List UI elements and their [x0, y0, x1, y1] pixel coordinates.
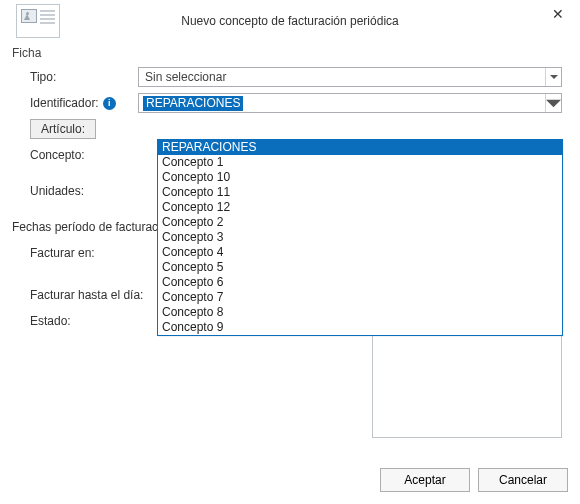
- dropdown-option[interactable]: Concepto 6: [158, 275, 562, 290]
- dialog-button-bar: Aceptar Cancelar: [380, 468, 568, 492]
- identificador-combo[interactable]: REPARACIONES: [138, 93, 562, 113]
- document-icon: [16, 4, 60, 38]
- dropdown-option[interactable]: Concepto 5: [158, 260, 562, 275]
- label-fechas: Fechas período de facturación: [12, 220, 174, 234]
- identificador-dropdown-list[interactable]: REPARACIONESConcepto 1Concepto 10Concept…: [157, 139, 563, 336]
- dialog-body: Ficha Tipo: Sin seleccionar Identificado…: [0, 36, 580, 332]
- info-icon[interactable]: i: [103, 97, 116, 110]
- dropdown-option[interactable]: Concepto 9: [158, 320, 562, 335]
- close-icon: ✕: [552, 6, 564, 22]
- identificador-value: REPARACIONES: [143, 96, 243, 111]
- row-tipo: Tipo: Sin seleccionar: [18, 66, 562, 88]
- tipo-value: Sin seleccionar: [145, 70, 226, 84]
- dropdown-option[interactable]: Concepto 12: [158, 200, 562, 215]
- dropdown-option[interactable]: Concepto 4: [158, 245, 562, 260]
- chevron-down-icon: [545, 68, 561, 86]
- dialog-window: Nuevo concepto de facturación periódica …: [0, 0, 580, 504]
- cancel-button[interactable]: Cancelar: [478, 468, 568, 492]
- close-button[interactable]: ✕: [542, 2, 574, 26]
- dropdown-option[interactable]: Concepto 2: [158, 215, 562, 230]
- dropdown-option[interactable]: Concepto 8: [158, 305, 562, 320]
- dropdown-option[interactable]: Concepto 3: [158, 230, 562, 245]
- label-facturar-en: Facturar en:: [18, 246, 138, 260]
- label-unidades: Unidades:: [18, 184, 138, 198]
- dropdown-option[interactable]: Concepto 10: [158, 170, 562, 185]
- row-articulo: Artículo:: [18, 118, 562, 140]
- row-identificador: Identificador: i REPARACIONES: [18, 92, 562, 114]
- accept-button[interactable]: Aceptar: [380, 468, 470, 492]
- titlebar: Nuevo concepto de facturación periódica …: [0, 0, 580, 36]
- section-heading: Ficha: [12, 46, 562, 60]
- tipo-combo[interactable]: Sin seleccionar: [138, 67, 562, 87]
- dropdown-option[interactable]: Concepto 11: [158, 185, 562, 200]
- dialog-title: Nuevo concepto de facturación periódica: [0, 14, 580, 28]
- chevron-down-icon: [545, 94, 561, 112]
- dropdown-option[interactable]: Concepto 7: [158, 290, 562, 305]
- label-identificador: Identificador: i: [18, 96, 138, 110]
- dropdown-option[interactable]: Concepto 1: [158, 155, 562, 170]
- label-concepto: Concepto:: [18, 148, 138, 162]
- articulo-button[interactable]: Artículo:: [30, 119, 96, 139]
- dropdown-option[interactable]: REPARACIONES: [158, 140, 562, 155]
- label-tipo: Tipo:: [18, 70, 138, 84]
